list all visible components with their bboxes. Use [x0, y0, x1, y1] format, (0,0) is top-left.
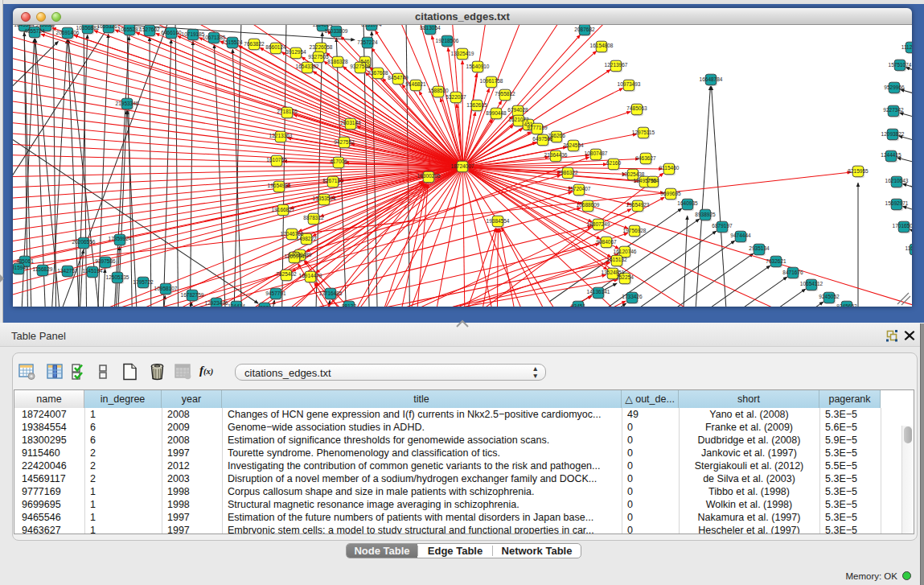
svg-text:10961758: 10961758: [480, 78, 503, 84]
svg-text:1342757: 1342757: [57, 268, 78, 274]
svg-text:8878312: 8878312: [303, 215, 324, 220]
svg-text:16648784: 16648784: [700, 76, 723, 82]
svg-text:2803144: 2803144: [340, 120, 361, 126]
svg-text:16210643: 16210643: [885, 178, 909, 183]
svg-text:435061: 435061: [16, 258, 34, 264]
svg-text:9457791: 9457791: [265, 290, 286, 296]
svg-text:12093822: 12093822: [881, 131, 905, 137]
svg-text:8267130: 8267130: [322, 178, 343, 183]
svg-text:8938925: 8938925: [695, 212, 716, 217]
svg-text:124414: 124414: [228, 303, 245, 307]
svg-text:6497568: 6497568: [532, 136, 553, 142]
svg-text:17016504: 17016504: [893, 223, 912, 229]
svg-text:9245652: 9245652: [836, 303, 857, 307]
svg-text:9777169: 9777169: [527, 125, 548, 130]
svg-text:62160: 62160: [606, 160, 621, 166]
svg-text:88122: 88122: [342, 303, 356, 307]
svg-text:1498222: 1498222: [296, 236, 317, 241]
svg-text:10973493: 10973493: [618, 81, 641, 87]
svg-text:1733426: 1733426: [622, 294, 643, 299]
svg-text:10654112: 10654112: [800, 281, 823, 286]
svg-text:19756928: 19756928: [623, 228, 647, 233]
svg-text:10356882: 10356882: [76, 25, 100, 31]
svg-text:21364436: 21364436: [544, 152, 568, 158]
svg-text:13325419: 13325419: [451, 51, 474, 56]
svg-text:1112442: 1112442: [901, 44, 912, 50]
svg-text:21953346: 21953346: [116, 101, 139, 106]
svg-text:12505135: 12505135: [106, 274, 129, 280]
svg-text:17359924: 17359924: [109, 236, 132, 241]
svg-text:417006: 417006: [330, 159, 347, 164]
svg-text:1845544: 1845544: [14, 25, 35, 27]
svg-text:6466160: 6466160: [161, 30, 182, 35]
svg-text:19166827: 19166827: [272, 207, 295, 212]
svg-text:7964: 7964: [647, 178, 659, 183]
svg-text:12975115: 12975115: [632, 130, 655, 135]
svg-text:7955812: 7955812: [495, 91, 515, 97]
svg-text:95531: 95531: [257, 305, 272, 307]
svg-text:23226058: 23226058: [310, 44, 333, 50]
svg-text:10025438: 10025438: [622, 171, 645, 177]
svg-text:9327505: 9327505: [308, 54, 329, 60]
svg-text:15720407: 15720407: [568, 186, 591, 192]
svg-text:16782759: 16782759: [181, 292, 204, 298]
svg-text:9474444: 9474444: [730, 233, 751, 238]
svg-text:1184604: 1184604: [313, 25, 333, 27]
svg-text:10958107: 10958107: [154, 286, 178, 291]
svg-text:1610755: 1610755: [266, 157, 287, 163]
svg-text:12923446: 12923446: [205, 300, 228, 306]
svg-text:1362615: 1362615: [466, 102, 487, 108]
svg-text:14136141: 14136141: [587, 289, 610, 295]
svg-text:7625402: 7625402: [276, 271, 297, 277]
svg-text:1527602: 1527602: [139, 27, 160, 32]
svg-text:1615132: 1615132: [606, 257, 627, 262]
svg-text:2367608: 2367608: [368, 70, 388, 76]
svg-text:8186328: 8186328: [327, 59, 348, 64]
svg-text:1160994: 1160994: [285, 253, 305, 259]
svg-text:1156829: 1156829: [33, 266, 53, 272]
svg-text:6794028: 6794028: [507, 107, 528, 113]
svg-text:9463627: 9463627: [635, 155, 656, 161]
svg-text:9529966: 9529966: [884, 84, 905, 90]
svg-text:9327508: 9327508: [350, 64, 371, 69]
svg-text:19654983: 19654983: [268, 183, 291, 188]
svg-text:1795722: 1795722: [133, 279, 154, 285]
svg-text:10719185: 10719185: [182, 31, 205, 37]
svg-text:9156357: 9156357: [35, 25, 56, 27]
svg-text:10655287: 10655287: [118, 27, 142, 32]
svg-text:7986322: 7986322: [557, 170, 578, 175]
svg-text:15640910: 15640910: [466, 64, 490, 69]
svg-text:252254: 252254: [616, 274, 634, 280]
svg-text:9699695: 9699695: [660, 191, 681, 196]
svg-text:3912954: 3912954: [285, 49, 306, 55]
svg-text:19654923: 19654923: [626, 202, 650, 208]
svg-text:16914479: 16914479: [299, 273, 322, 278]
svg-text:8813054: 8813054: [420, 25, 441, 31]
svg-text:13716485: 13716485: [319, 290, 343, 296]
svg-text:6879197: 6879197: [712, 223, 733, 229]
svg-text:1145194: 1145194: [83, 268, 103, 274]
svg-text:9245052: 9245052: [819, 294, 840, 299]
svg-text:12213363: 12213363: [269, 133, 293, 138]
svg-text:18300295: 18300295: [417, 173, 441, 179]
svg-text:9427552: 9427552: [334, 139, 355, 145]
svg-text:2718176: 2718176: [277, 109, 298, 114]
svg-text:7515524: 7515524: [222, 39, 243, 45]
svg-text:18724007: 18724007: [451, 163, 474, 169]
svg-text:7632621: 7632621: [766, 258, 786, 264]
svg-text:16120746: 16120746: [614, 249, 637, 254]
svg-text:3624554: 3624554: [563, 142, 584, 148]
svg-text:19384554: 19384554: [487, 218, 510, 224]
svg-text:15751074: 15751074: [889, 62, 912, 68]
svg-text:19218506: 19218506: [436, 38, 459, 43]
svg-text:93451: 93451: [571, 303, 585, 307]
svg-text:16543382: 16543382: [296, 64, 319, 69]
svg-text:3915941: 3915941: [13, 265, 29, 270]
svg-text:10688609: 10688609: [577, 202, 600, 208]
svg-text:1640935: 1640935: [677, 200, 698, 206]
svg-text:16154808: 16154808: [590, 43, 614, 48]
svg-text:4055724: 4055724: [24, 28, 45, 34]
svg-text:20206556: 20206556: [72, 239, 96, 245]
svg-text:18807249: 18807249: [587, 221, 610, 227]
svg-text:16033809: 16033809: [325, 28, 348, 34]
